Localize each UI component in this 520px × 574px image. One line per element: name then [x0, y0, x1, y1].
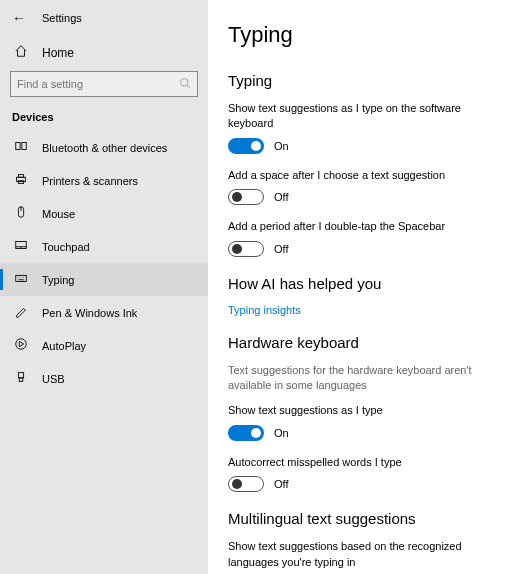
sidebar-item-autoplay[interactable]: AutoPlay [0, 329, 208, 362]
sidebar-item-pen[interactable]: Pen & Windows Ink [0, 296, 208, 329]
home-nav[interactable]: Home [0, 34, 208, 71]
svg-rect-2 [16, 143, 20, 150]
window-title: Settings [42, 12, 82, 24]
touchpad-icon [14, 238, 28, 255]
hardware-note: Text suggestions for the hardware keyboa… [228, 363, 500, 394]
home-label: Home [42, 46, 74, 60]
usb-icon [14, 370, 28, 387]
mouse-icon [14, 205, 28, 222]
sidebar-item-label: Mouse [42, 208, 75, 220]
svg-rect-18 [18, 373, 23, 378]
toggle-software-suggestions[interactable] [228, 138, 264, 154]
setting-label: Show text suggestions as I type [228, 403, 500, 418]
page-title: Typing [228, 22, 500, 48]
sidebar-item-usb[interactable]: USB [0, 362, 208, 395]
setting-multilingual: Show text suggestions based on the recog… [228, 539, 500, 574]
svg-point-17 [16, 339, 27, 350]
section-ai: How AI has helped you [228, 275, 500, 292]
setting-autocorrect: Autocorrect misspelled words I type Off [228, 455, 500, 492]
toggle-state: On [274, 140, 289, 152]
svg-rect-5 [18, 175, 23, 178]
toggle-state: Off [274, 478, 288, 490]
toggle-state: On [274, 427, 289, 439]
sidebar-item-label: Printers & scanners [42, 175, 138, 187]
svg-point-14 [18, 277, 19, 278]
toggle-state: Off [274, 243, 288, 255]
keyboard-icon [14, 271, 28, 288]
sidebar-item-mouse[interactable]: Mouse [0, 197, 208, 230]
svg-point-16 [23, 277, 24, 278]
toggle-add-period[interactable] [228, 241, 264, 257]
svg-rect-12 [16, 275, 27, 281]
sidebar-item-typing[interactable]: Typing [0, 263, 208, 296]
svg-rect-3 [22, 143, 26, 150]
search-input[interactable] [17, 78, 179, 90]
sidebar-section-label: Devices [0, 97, 208, 131]
setting-label: Add a period after I double-tap the Spac… [228, 219, 500, 234]
autoplay-icon [14, 337, 28, 354]
main-content: Typing Typing Show text suggestions as I… [208, 0, 520, 574]
setting-hw-suggestions: Show text suggestions as I type On [228, 403, 500, 440]
home-icon [14, 44, 28, 61]
setting-label: Add a space after I choose a text sugges… [228, 168, 500, 183]
svg-line-1 [187, 85, 190, 88]
sidebar-item-bluetooth[interactable]: Bluetooth & other devices [0, 131, 208, 164]
bluetooth-icon [14, 139, 28, 156]
pen-icon [14, 304, 28, 321]
section-hardware: Hardware keyboard [228, 334, 500, 351]
svg-point-0 [181, 78, 189, 86]
section-typing: Typing [228, 72, 500, 89]
setting-label: Autocorrect misspelled words I type [228, 455, 500, 470]
sidebar-item-touchpad[interactable]: Touchpad [0, 230, 208, 263]
sidebar: ← Settings Home Devices Bluetooth & othe… [0, 0, 208, 574]
setting-add-period: Add a period after I double-tap the Spac… [228, 219, 500, 256]
title-bar: ← Settings [0, 8, 208, 34]
sidebar-item-label: AutoPlay [42, 340, 86, 352]
sidebar-item-label: Touchpad [42, 241, 90, 253]
printer-icon [14, 172, 28, 189]
toggle-hw-suggestions[interactable] [228, 425, 264, 441]
sidebar-item-label: Bluetooth & other devices [42, 142, 167, 154]
toggle-add-space[interactable] [228, 189, 264, 205]
svg-rect-19 [19, 378, 23, 382]
sidebar-item-printers[interactable]: Printers & scanners [0, 164, 208, 197]
setting-label: Show text suggestions based on the recog… [228, 539, 500, 570]
sidebar-item-label: Pen & Windows Ink [42, 307, 137, 319]
sidebar-item-label: USB [42, 373, 65, 385]
setting-label: Show text suggestions as I type on the s… [228, 101, 500, 132]
section-multilingual: Multilingual text suggestions [228, 510, 500, 527]
setting-add-space: Add a space after I choose a text sugges… [228, 168, 500, 205]
link-typing-insights[interactable]: Typing insights [228, 304, 500, 316]
svg-point-15 [21, 277, 22, 278]
setting-software-suggestions: Show text suggestions as I type on the s… [228, 101, 500, 154]
toggle-state: Off [274, 191, 288, 203]
search-box[interactable] [10, 71, 198, 97]
back-icon[interactable]: ← [12, 10, 26, 26]
search-icon [179, 77, 191, 92]
sidebar-item-label: Typing [42, 274, 74, 286]
toggle-autocorrect[interactable] [228, 476, 264, 492]
